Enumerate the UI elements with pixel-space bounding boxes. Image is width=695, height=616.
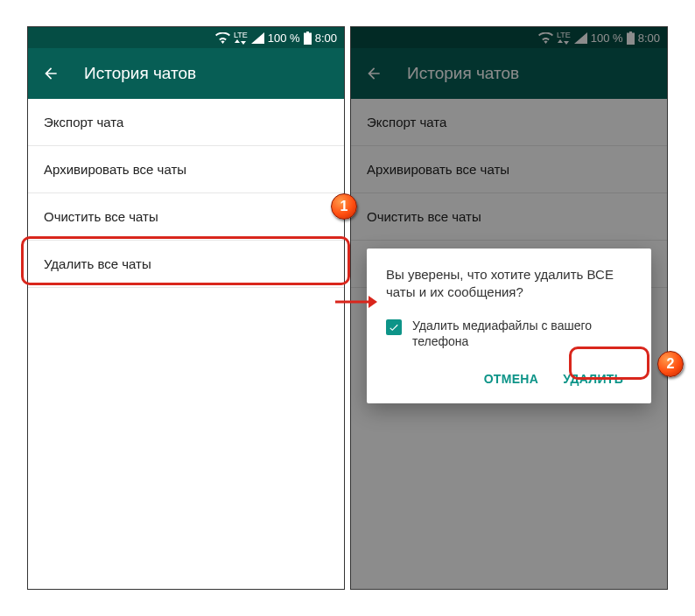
battery-percent: 100 % (268, 32, 300, 45)
delete-media-option[interactable]: Удалить медиафайлы с вашего телефона (386, 318, 632, 349)
phone-screenshot-left: LTE 100 % 8:00 История чатов Экспорт чат… (27, 26, 345, 590)
page-title: История чатов (84, 64, 196, 83)
dialog-message: Вы уверены, что хотите удалить ВСЕ чаты … (386, 266, 632, 302)
annotation-highlight-2 (569, 346, 649, 380)
checkbox-checked-icon[interactable] (386, 319, 402, 335)
checkbox-label: Удалить медиафайлы с вашего телефона (412, 318, 632, 349)
annotation-highlight-1 (21, 236, 350, 285)
clock: 8:00 (315, 32, 337, 45)
confirm-dialog: Вы уверены, что хотите удалить ВСЕ чаты … (367, 248, 651, 403)
back-icon[interactable] (42, 65, 60, 82)
statusbar: LTE 100 % 8:00 (28, 27, 344, 48)
battery-icon (304, 32, 312, 45)
menu-item-archive[interactable]: Архивировать все чаты (28, 146, 344, 193)
cancel-button[interactable]: ОТМЕНА (475, 365, 547, 393)
signal-icon (251, 32, 264, 44)
wifi-icon (215, 32, 230, 44)
annotation-badge-1: 1 (331, 193, 357, 220)
menu-item-export[interactable]: Экспорт чата (28, 99, 344, 146)
appbar: История чатов (28, 48, 344, 99)
phone-screenshot-right: LTE 100 % 8:00 История чатов Экспорт чат… (350, 26, 668, 590)
annotation-arrow-icon (335, 294, 377, 313)
menu-item-clear[interactable]: Очистить все чаты (28, 193, 344, 241)
network-type-icon: LTE (234, 32, 248, 45)
annotation-badge-2: 2 (657, 351, 684, 377)
